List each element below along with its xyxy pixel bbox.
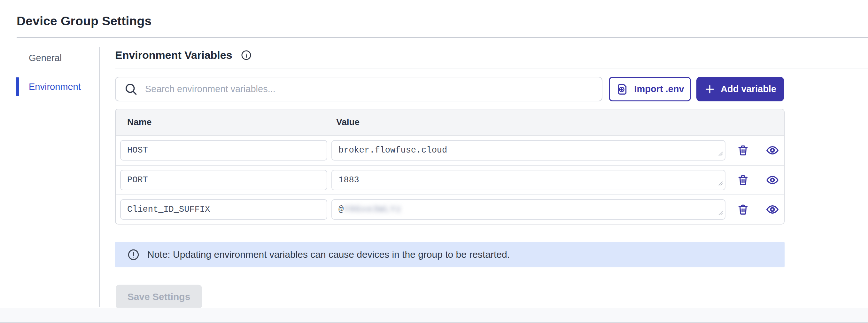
toggle-visibility-button[interactable] (766, 173, 779, 187)
alert-circle-icon (127, 248, 140, 261)
variable-name-input[interactable] (120, 170, 327, 190)
toggle-visibility-button[interactable] (766, 203, 779, 216)
eye-icon (766, 203, 779, 216)
search-box[interactable] (115, 77, 602, 101)
eye-icon (766, 144, 779, 157)
variable-value-field[interactable]: @Y8Gxe3WLYz (332, 199, 725, 220)
table-header: Name Value (116, 109, 784, 136)
environment-panel: Environment Variables (115, 47, 868, 309)
column-header-value: Value (336, 117, 360, 127)
column-header-name: Name (116, 117, 336, 127)
section-heading: Environment Variables (115, 49, 232, 61)
toolbar: Import .env Add variable (115, 77, 784, 101)
save-settings-button[interactable]: Save Settings (116, 285, 202, 309)
variable-value-text: @ (338, 205, 344, 214)
add-variable-button[interactable]: Add variable (696, 77, 784, 101)
note-text: Note: Updating environment variables can… (147, 249, 510, 260)
redacted-value-text: Y8Gxe3WLYz (344, 205, 402, 214)
env-variables-table: Name Value broker.flowfuse.cloud1883@Y8G… (115, 109, 784, 225)
trash-icon (737, 174, 749, 186)
sidebar-item-environment[interactable]: Environment (17, 77, 93, 96)
variable-name-input[interactable] (120, 199, 327, 220)
page-title: Device Group Settings (17, 14, 152, 28)
resize-handle-icon[interactable] (716, 150, 723, 159)
search-icon (124, 82, 138, 96)
resize-handle-icon[interactable] (716, 209, 723, 218)
delete-variable-button[interactable] (737, 203, 749, 215)
import-env-label: Import .env (634, 84, 684, 94)
trash-icon (737, 203, 749, 215)
footer-strip (0, 307, 868, 323)
note-banner: Note: Updating environment variables can… (115, 242, 784, 267)
search-input[interactable] (145, 78, 598, 101)
import-file-icon (616, 83, 629, 96)
table-row: @Y8Gxe3WLYz (116, 195, 784, 224)
add-variable-label: Add variable (721, 84, 776, 94)
info-icon[interactable] (241, 50, 252, 61)
eye-icon (766, 173, 779, 187)
import-env-button[interactable]: Import .env (609, 77, 691, 101)
toggle-visibility-button[interactable] (766, 144, 779, 157)
table-body: broker.flowfuse.cloud1883@Y8Gxe3WLYz (116, 136, 784, 224)
variable-value-text: broker.flowfuse.cloud (338, 146, 447, 155)
trash-icon (737, 144, 749, 156)
delete-variable-button[interactable] (737, 174, 749, 186)
table-row: broker.flowfuse.cloud (116, 136, 784, 165)
variable-name-input[interactable] (120, 140, 327, 160)
resize-handle-icon[interactable] (716, 179, 723, 189)
table-row: 1883 (116, 165, 784, 195)
delete-variable-button[interactable] (737, 144, 749, 156)
variable-value-field[interactable]: broker.flowfuse.cloud (332, 140, 725, 160)
sidebar-item-general[interactable]: General (17, 48, 93, 68)
heading-divider (115, 68, 868, 68)
title-divider (17, 37, 868, 38)
sidebar-divider (99, 47, 100, 307)
settings-sidebar: General Environment (17, 48, 93, 106)
variable-value-field[interactable]: 1883 (332, 170, 725, 190)
variable-value-text: 1883 (338, 175, 359, 185)
plus-icon (704, 84, 716, 95)
